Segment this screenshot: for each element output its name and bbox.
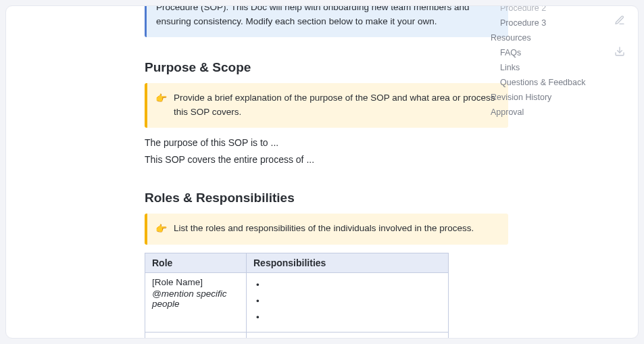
nav-item-procedure-2[interactable]: Procedure 2 [491, 5, 592, 16]
list-item: • [253, 293, 441, 310]
nav-item-revision-history[interactable]: Revision History [491, 90, 592, 105]
document-frame: Procedure (SOP). This Doc will help with… [5, 5, 639, 339]
nav-item-procedure-3[interactable]: Procedure 3 [491, 16, 592, 30]
col-header-responsibilities: Responsibilities [247, 253, 449, 272]
nav-item-approval[interactable]: Approval [491, 105, 592, 120]
body-line[interactable]: The purpose of this SOP is to ... [145, 136, 508, 151]
heading-purpose-scope: Purpose & Scope [145, 60, 508, 75]
table-row[interactable]: [Role Name] @mention specific people • •… [145, 272, 449, 332]
roles-table: Role Responsibilities [Role Name] @menti… [145, 253, 449, 339]
list-item: • [253, 310, 441, 326]
role-name: [Role Name] [152, 277, 239, 287]
edit-icon[interactable] [614, 14, 626, 26]
list-item: • [253, 337, 441, 339]
mention-placeholder: @mention specific people [152, 289, 239, 309]
tip-roles: 👉 List the roles and responsibilities of… [145, 214, 508, 245]
list-item: • [253, 277, 441, 293]
document-content: Procedure (SOP). This Doc will help with… [145, 6, 508, 339]
tip-purpose-text: Provide a brief explanation of the purpo… [174, 91, 499, 120]
nav-item-faqs[interactable]: FAQs [491, 45, 592, 60]
doc-action-icons [614, 14, 626, 57]
body-line[interactable]: This SOP covers the entire process of ..… [145, 153, 508, 168]
download-icon[interactable] [614, 45, 626, 57]
intro-callout: Procedure (SOP). This Doc will help with… [145, 5, 508, 37]
tip-roles-text: List the roles and responsibilities of t… [174, 222, 474, 237]
nav-item-questions[interactable]: Questions & Feedback [491, 75, 592, 90]
table-row[interactable]: [Role Name] @mention specific people • •… [145, 332, 449, 339]
outline-nav: Procedure 2 Procedure 3 Resources FAQs L… [491, 5, 592, 120]
intro-callout-text: Procedure (SOP). This Doc will help with… [156, 5, 469, 26]
col-header-role: Role [145, 253, 247, 272]
pointing-hand-icon: 👉 [155, 91, 167, 120]
role-name: [Role Name] [152, 337, 239, 339]
pointing-hand-icon: 👉 [155, 222, 167, 237]
nav-item-resources[interactable]: Resources [491, 30, 592, 45]
nav-item-links[interactable]: Links [491, 60, 592, 75]
heading-roles: Roles & Responsibilities [145, 191, 508, 205]
tip-purpose: 👉 Provide a brief explanation of the pur… [145, 83, 508, 128]
